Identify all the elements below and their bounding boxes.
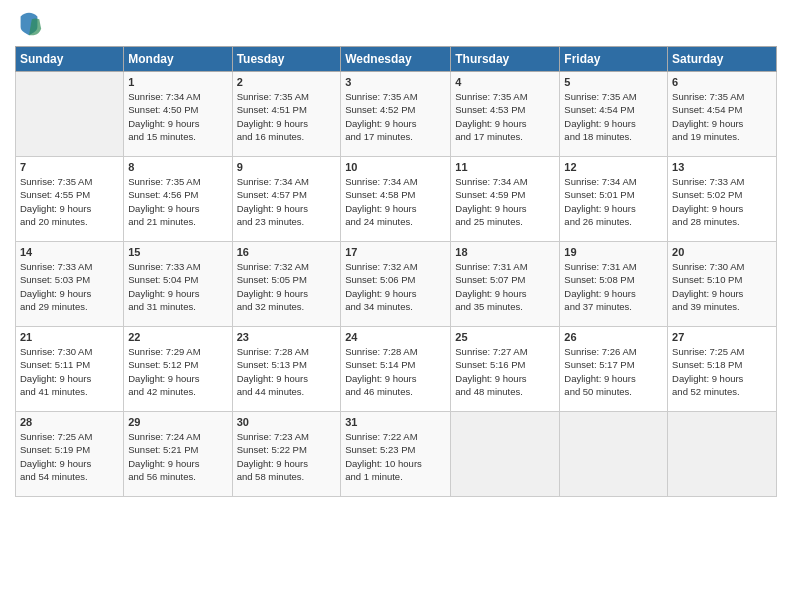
header-cell-sunday: Sunday bbox=[16, 47, 124, 72]
logo bbox=[15, 10, 47, 38]
day-cell: 8Sunrise: 7:35 AM Sunset: 4:56 PM Daylig… bbox=[124, 157, 232, 242]
day-cell: 15Sunrise: 7:33 AM Sunset: 5:04 PM Dayli… bbox=[124, 242, 232, 327]
day-cell: 14Sunrise: 7:33 AM Sunset: 5:03 PM Dayli… bbox=[16, 242, 124, 327]
day-cell: 19Sunrise: 7:31 AM Sunset: 5:08 PM Dayli… bbox=[560, 242, 668, 327]
day-info: Sunrise: 7:34 AM Sunset: 4:59 PM Dayligh… bbox=[455, 175, 555, 228]
day-cell: 3Sunrise: 7:35 AM Sunset: 4:52 PM Daylig… bbox=[341, 72, 451, 157]
day-info: Sunrise: 7:28 AM Sunset: 5:13 PM Dayligh… bbox=[237, 345, 337, 398]
day-info: Sunrise: 7:30 AM Sunset: 5:10 PM Dayligh… bbox=[672, 260, 772, 313]
day-number: 6 bbox=[672, 76, 772, 88]
day-number: 27 bbox=[672, 331, 772, 343]
day-info: Sunrise: 7:28 AM Sunset: 5:14 PM Dayligh… bbox=[345, 345, 446, 398]
calendar-header: SundayMondayTuesdayWednesdayThursdayFrid… bbox=[16, 47, 777, 72]
day-cell: 4Sunrise: 7:35 AM Sunset: 4:53 PM Daylig… bbox=[451, 72, 560, 157]
week-row-2: 7Sunrise: 7:35 AM Sunset: 4:55 PM Daylig… bbox=[16, 157, 777, 242]
header-cell-wednesday: Wednesday bbox=[341, 47, 451, 72]
day-info: Sunrise: 7:33 AM Sunset: 5:02 PM Dayligh… bbox=[672, 175, 772, 228]
day-info: Sunrise: 7:29 AM Sunset: 5:12 PM Dayligh… bbox=[128, 345, 227, 398]
day-info: Sunrise: 7:35 AM Sunset: 4:56 PM Dayligh… bbox=[128, 175, 227, 228]
day-number: 19 bbox=[564, 246, 663, 258]
day-cell: 2Sunrise: 7:35 AM Sunset: 4:51 PM Daylig… bbox=[232, 72, 341, 157]
day-number: 22 bbox=[128, 331, 227, 343]
day-cell: 6Sunrise: 7:35 AM Sunset: 4:54 PM Daylig… bbox=[668, 72, 777, 157]
day-info: Sunrise: 7:35 AM Sunset: 4:54 PM Dayligh… bbox=[564, 90, 663, 143]
day-cell: 18Sunrise: 7:31 AM Sunset: 5:07 PM Dayli… bbox=[451, 242, 560, 327]
day-info: Sunrise: 7:35 AM Sunset: 4:52 PM Dayligh… bbox=[345, 90, 446, 143]
day-number: 15 bbox=[128, 246, 227, 258]
header-cell-saturday: Saturday bbox=[668, 47, 777, 72]
day-number: 23 bbox=[237, 331, 337, 343]
day-cell: 12Sunrise: 7:34 AM Sunset: 5:01 PM Dayli… bbox=[560, 157, 668, 242]
day-info: Sunrise: 7:32 AM Sunset: 5:06 PM Dayligh… bbox=[345, 260, 446, 313]
header bbox=[15, 10, 777, 38]
day-info: Sunrise: 7:23 AM Sunset: 5:22 PM Dayligh… bbox=[237, 430, 337, 483]
week-row-1: 1Sunrise: 7:34 AM Sunset: 4:50 PM Daylig… bbox=[16, 72, 777, 157]
day-number: 8 bbox=[128, 161, 227, 173]
day-number: 13 bbox=[672, 161, 772, 173]
day-number: 9 bbox=[237, 161, 337, 173]
week-row-4: 21Sunrise: 7:30 AM Sunset: 5:11 PM Dayli… bbox=[16, 327, 777, 412]
calendar-body: 1Sunrise: 7:34 AM Sunset: 4:50 PM Daylig… bbox=[16, 72, 777, 497]
day-cell: 28Sunrise: 7:25 AM Sunset: 5:19 PM Dayli… bbox=[16, 412, 124, 497]
day-cell: 10Sunrise: 7:34 AM Sunset: 4:58 PM Dayli… bbox=[341, 157, 451, 242]
day-info: Sunrise: 7:25 AM Sunset: 5:18 PM Dayligh… bbox=[672, 345, 772, 398]
day-number: 31 bbox=[345, 416, 446, 428]
day-cell: 25Sunrise: 7:27 AM Sunset: 5:16 PM Dayli… bbox=[451, 327, 560, 412]
day-cell: 16Sunrise: 7:32 AM Sunset: 5:05 PM Dayli… bbox=[232, 242, 341, 327]
week-row-3: 14Sunrise: 7:33 AM Sunset: 5:03 PM Dayli… bbox=[16, 242, 777, 327]
logo-icon bbox=[15, 10, 43, 38]
day-number: 30 bbox=[237, 416, 337, 428]
day-number: 17 bbox=[345, 246, 446, 258]
day-number: 20 bbox=[672, 246, 772, 258]
day-number: 28 bbox=[20, 416, 119, 428]
day-info: Sunrise: 7:35 AM Sunset: 4:55 PM Dayligh… bbox=[20, 175, 119, 228]
day-info: Sunrise: 7:35 AM Sunset: 4:53 PM Dayligh… bbox=[455, 90, 555, 143]
day-cell bbox=[560, 412, 668, 497]
day-number: 7 bbox=[20, 161, 119, 173]
calendar-table: SundayMondayTuesdayWednesdayThursdayFrid… bbox=[15, 46, 777, 497]
day-info: Sunrise: 7:34 AM Sunset: 4:58 PM Dayligh… bbox=[345, 175, 446, 228]
day-cell: 26Sunrise: 7:26 AM Sunset: 5:17 PM Dayli… bbox=[560, 327, 668, 412]
day-info: Sunrise: 7:33 AM Sunset: 5:04 PM Dayligh… bbox=[128, 260, 227, 313]
day-number: 11 bbox=[455, 161, 555, 173]
day-cell: 30Sunrise: 7:23 AM Sunset: 5:22 PM Dayli… bbox=[232, 412, 341, 497]
day-cell: 29Sunrise: 7:24 AM Sunset: 5:21 PM Dayli… bbox=[124, 412, 232, 497]
day-info: Sunrise: 7:35 AM Sunset: 4:51 PM Dayligh… bbox=[237, 90, 337, 143]
day-number: 29 bbox=[128, 416, 227, 428]
header-cell-thursday: Thursday bbox=[451, 47, 560, 72]
day-cell: 23Sunrise: 7:28 AM Sunset: 5:13 PM Dayli… bbox=[232, 327, 341, 412]
day-number: 5 bbox=[564, 76, 663, 88]
day-number: 25 bbox=[455, 331, 555, 343]
day-number: 10 bbox=[345, 161, 446, 173]
header-cell-monday: Monday bbox=[124, 47, 232, 72]
day-cell: 27Sunrise: 7:25 AM Sunset: 5:18 PM Dayli… bbox=[668, 327, 777, 412]
page-container: SundayMondayTuesdayWednesdayThursdayFrid… bbox=[0, 0, 792, 612]
day-cell: 9Sunrise: 7:34 AM Sunset: 4:57 PM Daylig… bbox=[232, 157, 341, 242]
day-info: Sunrise: 7:31 AM Sunset: 5:07 PM Dayligh… bbox=[455, 260, 555, 313]
day-number: 3 bbox=[345, 76, 446, 88]
day-cell: 1Sunrise: 7:34 AM Sunset: 4:50 PM Daylig… bbox=[124, 72, 232, 157]
day-info: Sunrise: 7:22 AM Sunset: 5:23 PM Dayligh… bbox=[345, 430, 446, 483]
day-cell: 7Sunrise: 7:35 AM Sunset: 4:55 PM Daylig… bbox=[16, 157, 124, 242]
day-info: Sunrise: 7:33 AM Sunset: 5:03 PM Dayligh… bbox=[20, 260, 119, 313]
header-cell-friday: Friday bbox=[560, 47, 668, 72]
day-cell: 13Sunrise: 7:33 AM Sunset: 5:02 PM Dayli… bbox=[668, 157, 777, 242]
day-cell: 21Sunrise: 7:30 AM Sunset: 5:11 PM Dayli… bbox=[16, 327, 124, 412]
day-cell bbox=[668, 412, 777, 497]
day-number: 16 bbox=[237, 246, 337, 258]
day-number: 12 bbox=[564, 161, 663, 173]
day-cell: 24Sunrise: 7:28 AM Sunset: 5:14 PM Dayli… bbox=[341, 327, 451, 412]
day-number: 21 bbox=[20, 331, 119, 343]
day-info: Sunrise: 7:24 AM Sunset: 5:21 PM Dayligh… bbox=[128, 430, 227, 483]
day-info: Sunrise: 7:25 AM Sunset: 5:19 PM Dayligh… bbox=[20, 430, 119, 483]
day-number: 4 bbox=[455, 76, 555, 88]
day-cell: 22Sunrise: 7:29 AM Sunset: 5:12 PM Dayli… bbox=[124, 327, 232, 412]
day-number: 24 bbox=[345, 331, 446, 343]
day-info: Sunrise: 7:27 AM Sunset: 5:16 PM Dayligh… bbox=[455, 345, 555, 398]
week-row-5: 28Sunrise: 7:25 AM Sunset: 5:19 PM Dayli… bbox=[16, 412, 777, 497]
day-number: 1 bbox=[128, 76, 227, 88]
day-cell: 11Sunrise: 7:34 AM Sunset: 4:59 PM Dayli… bbox=[451, 157, 560, 242]
header-row: SundayMondayTuesdayWednesdayThursdayFrid… bbox=[16, 47, 777, 72]
day-number: 26 bbox=[564, 331, 663, 343]
day-number: 18 bbox=[455, 246, 555, 258]
